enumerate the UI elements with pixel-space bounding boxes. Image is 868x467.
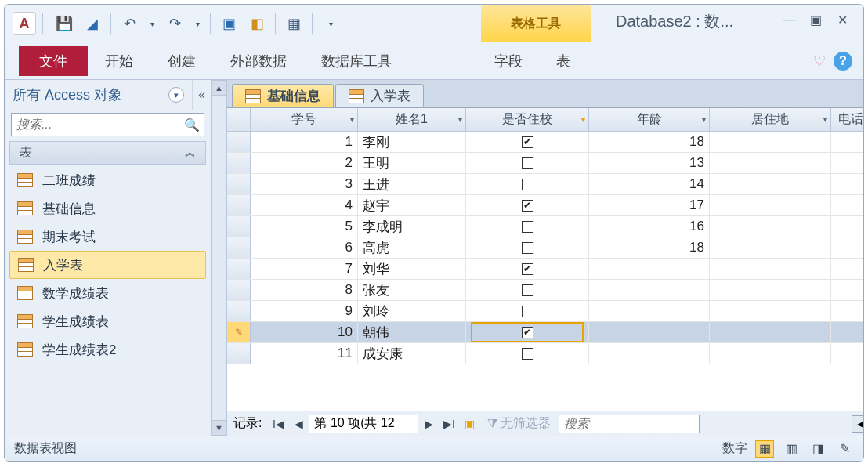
- row-selector[interactable]: [227, 259, 251, 279]
- column-header-home[interactable]: 居住地▾: [710, 108, 831, 131]
- cell-home[interactable]: [710, 153, 831, 173]
- cell-home[interactable]: [710, 132, 831, 152]
- row-selector[interactable]: [227, 195, 251, 215]
- cell-name[interactable]: 成安康: [358, 343, 466, 364]
- cell-id[interactable]: 10: [251, 322, 358, 342]
- nav-table-item[interactable]: 入学表: [9, 251, 206, 279]
- column-header-age[interactable]: 年龄▾: [589, 108, 710, 131]
- recnav-search-input[interactable]: [559, 415, 700, 433]
- first-record-button[interactable]: I◀: [268, 414, 288, 434]
- horizontal-scrollbar[interactable]: ◀ ▶: [852, 415, 863, 433]
- cell-phone[interactable]: [831, 280, 863, 300]
- minimize-button[interactable]: ―: [779, 11, 799, 28]
- row-selector[interactable]: ✎: [227, 322, 251, 342]
- qat-button-2[interactable]: ◧: [247, 13, 267, 34]
- column-header-id[interactable]: 学号▾: [251, 108, 358, 131]
- cell-phone[interactable]: [831, 237, 863, 258]
- row-selector[interactable]: [227, 343, 251, 364]
- qat-customize-icon[interactable]: ▾: [320, 13, 341, 34]
- cell-boarding[interactable]: [466, 174, 589, 194]
- cell-home[interactable]: [710, 322, 831, 342]
- cell-boarding[interactable]: [466, 280, 589, 300]
- cell-id[interactable]: 7: [251, 259, 358, 279]
- table-row[interactable]: 2王明13: [227, 153, 863, 174]
- cell-phone[interactable]: [831, 174, 863, 194]
- cell-name[interactable]: 刘华: [358, 259, 466, 279]
- cell-phone[interactable]: [831, 301, 863, 321]
- table-row[interactable]: 11成安康: [227, 343, 863, 364]
- quick-icon[interactable]: ◢: [82, 13, 103, 34]
- nav-search-input[interactable]: [11, 113, 179, 136]
- nav-table-item[interactable]: 基础信息: [9, 194, 206, 223]
- cell-age[interactable]: [589, 322, 710, 342]
- file-tab[interactable]: 文件: [19, 46, 88, 76]
- cell-name[interactable]: 李刚: [358, 132, 466, 152]
- table-row[interactable]: ✎10朝伟✔: [227, 322, 863, 343]
- cell-home[interactable]: [710, 301, 831, 321]
- cell-phone[interactable]: [831, 216, 863, 237]
- cell-name[interactable]: 王明: [358, 153, 466, 173]
- nav-table-item[interactable]: 数学成绩表: [9, 279, 206, 307]
- table-row[interactable]: 6高虎18: [227, 237, 863, 259]
- cell-name[interactable]: 王进: [358, 174, 466, 194]
- next-record-button[interactable]: ▶: [418, 414, 439, 434]
- cell-boarding[interactable]: [466, 301, 589, 321]
- cell-boarding[interactable]: ✔: [466, 322, 589, 342]
- search-icon[interactable]: 🔍: [179, 113, 204, 136]
- table-row[interactable]: 4赵宇✔17: [227, 195, 863, 216]
- close-button[interactable]: ✕: [832, 11, 852, 28]
- table-row[interactable]: 7刘华✔: [227, 259, 863, 280]
- cell-age[interactable]: 14: [589, 174, 710, 194]
- redo-dropdown-icon[interactable]: ▾: [193, 13, 202, 34]
- scroll-left-icon[interactable]: ◀: [852, 415, 863, 433]
- cell-age[interactable]: 18: [589, 237, 710, 258]
- heart-icon[interactable]: ♡: [813, 52, 826, 70]
- cell-name[interactable]: 高虎: [358, 237, 466, 258]
- nav-scrollbar[interactable]: ▲ ▼: [212, 80, 227, 436]
- undo-dropdown-icon[interactable]: ▾: [147, 13, 157, 34]
- cell-age[interactable]: [589, 259, 710, 279]
- cell-phone[interactable]: [831, 153, 863, 173]
- column-header-phone[interactable]: 电话: [831, 108, 863, 131]
- cell-name[interactable]: 赵宇: [358, 195, 466, 215]
- cell-age[interactable]: 17: [589, 195, 710, 215]
- ribbon-tab-fields[interactable]: 字段: [481, 46, 536, 76]
- cell-home[interactable]: [710, 280, 831, 300]
- view-button-2[interactable]: ▥: [782, 440, 801, 458]
- table-row[interactable]: 8张友: [227, 280, 863, 301]
- nav-dropdown-icon[interactable]: ▾: [168, 87, 184, 103]
- nav-table-item[interactable]: 期末考试: [9, 223, 206, 251]
- nav-header[interactable]: 所有 Access 对象 ▾: [5, 80, 192, 110]
- ribbon-tab-dbtools[interactable]: 数据库工具: [304, 46, 409, 76]
- cell-id[interactable]: 3: [251, 174, 358, 194]
- cell-phone[interactable]: [831, 195, 863, 215]
- cell-id[interactable]: 8: [251, 280, 358, 300]
- cell-id[interactable]: 2: [251, 153, 358, 173]
- design-view-button[interactable]: ✎: [835, 440, 854, 458]
- cell-phone[interactable]: [831, 259, 863, 279]
- cell-boarding[interactable]: [466, 216, 589, 237]
- nav-collapse-button[interactable]: «: [192, 80, 211, 110]
- cell-id[interactable]: 5: [251, 216, 358, 237]
- cell-boarding[interactable]: ✔: [466, 259, 589, 279]
- cell-age[interactable]: 13: [589, 153, 710, 173]
- cell-home[interactable]: [710, 343, 831, 364]
- cell-age[interactable]: [589, 343, 710, 364]
- qat-button-1[interactable]: ▣: [219, 13, 239, 34]
- nav-table-item[interactable]: 学生成绩表2: [9, 335, 206, 364]
- row-selector[interactable]: [227, 153, 251, 173]
- ribbon-tab-create[interactable]: 创建: [150, 46, 213, 76]
- cell-id[interactable]: 9: [251, 301, 358, 321]
- column-header-name[interactable]: 姓名1▾: [358, 108, 466, 131]
- cell-home[interactable]: [710, 174, 831, 194]
- qat-button-3[interactable]: ▦: [284, 13, 304, 34]
- record-position-field[interactable]: 第 10 项(共 12: [309, 415, 418, 433]
- cell-name[interactable]: 刘玲: [358, 301, 466, 321]
- cell-name[interactable]: 李成明: [358, 216, 466, 237]
- restore-button[interactable]: ▣: [805, 11, 826, 28]
- cell-name[interactable]: 朝伟: [358, 322, 466, 342]
- cell-boarding[interactable]: [466, 343, 589, 364]
- prev-record-button[interactable]: ◀: [288, 414, 309, 434]
- cell-boarding[interactable]: ✔: [466, 195, 589, 215]
- row-selector[interactable]: [227, 174, 251, 194]
